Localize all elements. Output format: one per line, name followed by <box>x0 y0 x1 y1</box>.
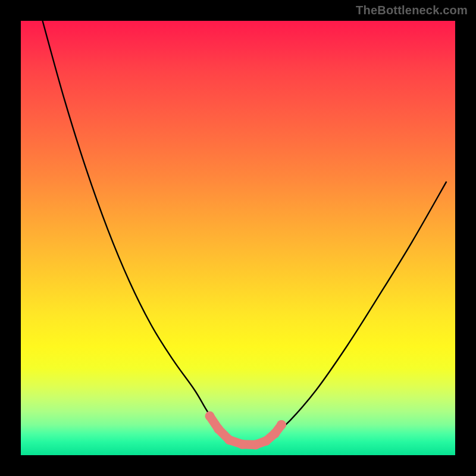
bottleneck-curve <box>43 21 447 446</box>
data-marker <box>261 436 271 446</box>
data-marker <box>270 429 280 439</box>
data-marker <box>224 435 234 444</box>
data-marker <box>214 424 223 434</box>
data-marker <box>250 440 260 449</box>
plot-area <box>21 21 455 455</box>
data-marker <box>237 440 247 449</box>
curve-layer <box>21 21 455 455</box>
marker-group <box>205 411 286 449</box>
data-marker <box>205 411 215 421</box>
chart-frame: TheBottleneck.com <box>0 0 476 476</box>
watermark-text: TheBottleneck.com <box>356 4 468 17</box>
data-marker <box>277 420 286 430</box>
curve-group <box>43 21 447 446</box>
